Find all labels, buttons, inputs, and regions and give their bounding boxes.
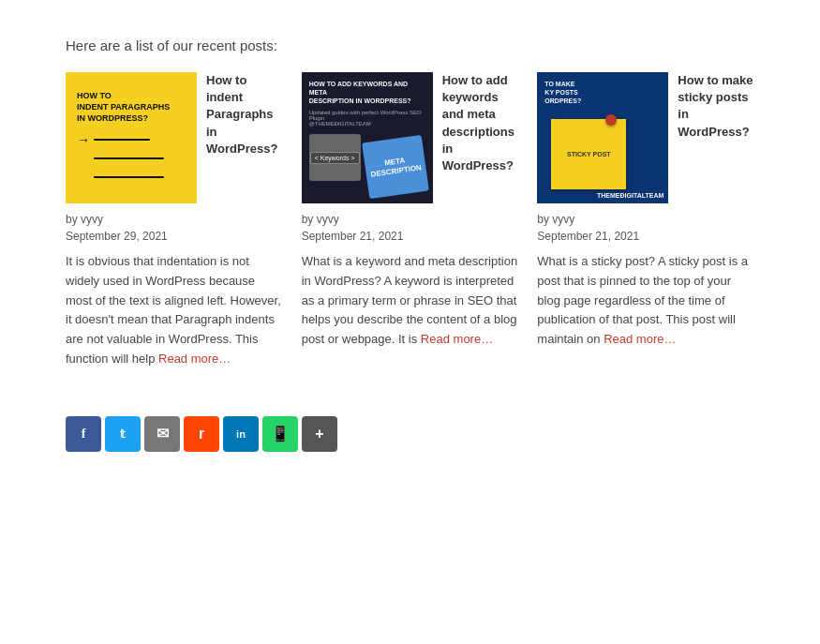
post-thumbnail-1: HOW TOINDENT PARAGRAPHSIN WORDPRESS? → →… [66, 72, 197, 203]
share-icon: + [315, 426, 323, 442]
post-title-2[interactable]: How to add keywords and meta description… [442, 72, 519, 203]
post-excerpt-2: What is a keyword and meta description i… [302, 252, 519, 350]
t3-title: TO MAKEKY POSTSORDPRES? [544, 80, 581, 105]
post-title-1[interactable]: How to indent Paragraphs in WordPress? [206, 72, 283, 203]
t2-keyboard-icon: < Keywords > [309, 134, 361, 181]
post-card-3: TO MAKEKY POSTSORDPRES? STICKY POST THEM… [537, 72, 754, 369]
page-wrapper: Here are a list of our recent posts: HOW… [0, 0, 820, 480]
share-more-button[interactable]: + [302, 416, 337, 452]
post-excerpt-3: What is a sticky post? A sticky post is … [537, 252, 754, 350]
whatsapp-icon: 📱 [271, 425, 290, 442]
posts-grid: HOW TOINDENT PARAGRAPHSIN WORDPRESS? → →… [66, 72, 754, 369]
share-email-button[interactable]: ✉ [144, 416, 180, 452]
post-meta-1: by vyvy September 29, 2021 [66, 211, 283, 245]
t3-pin-icon [605, 114, 617, 126]
h-line-2 [94, 157, 164, 159]
post-author-2: vyvy [317, 213, 339, 226]
reddit-icon: r [199, 426, 204, 442]
share-whatsapp-button[interactable]: 📱 [262, 416, 298, 452]
post-date-3: September 21, 2021 [537, 230, 639, 243]
read-more-1[interactable]: Read more… [158, 352, 231, 366]
read-more-3[interactable]: Read more… [604, 332, 676, 346]
post-date-1: September 29, 2021 [66, 230, 168, 243]
arrow-line-2: → [77, 151, 164, 166]
arrow-lines: → → → [77, 132, 164, 185]
post-title-3[interactable]: How to make sticky posts in WordPress? [678, 72, 754, 203]
t3-brand-label: THEMEÐIGITALTEAM [597, 192, 663, 199]
post-card-1: HOW TOINDENT PARAGRAPHSIN WORDPRESS? → →… [66, 72, 283, 369]
post-author-1: vyvy [81, 213, 103, 226]
post-thumbnail-3: TO MAKEKY POSTSORDPRES? STICKY POST THEM… [537, 72, 668, 203]
email-icon: ✉ [157, 425, 169, 442]
t2-meta-badge: METADESCRIPTION [362, 135, 429, 199]
linkedin-icon: in [236, 428, 246, 440]
share-twitter-button[interactable]: 𝕥 [105, 416, 141, 452]
post-date-2: September 21, 2021 [302, 230, 404, 243]
arrow-line-3: → [77, 170, 164, 185]
thumb-title-1: HOW TOINDENT PARAGRAPHSIN WORDPRESS? [77, 91, 170, 124]
share-reddit-button[interactable]: r [184, 416, 219, 452]
post-author-3: vyvy [552, 213, 574, 226]
keywords-tag: < Keywords > [310, 152, 360, 164]
read-more-2[interactable]: Read more… [421, 332, 493, 346]
post-top-1: HOW TOINDENT PARAGRAPHSIN WORDPRESS? → →… [66, 72, 283, 203]
share-facebook-button[interactable]: f [66, 416, 101, 452]
share-linkedin-button[interactable]: in [223, 416, 259, 452]
post-top-3: TO MAKEKY POSTSORDPRES? STICKY POST THEM… [537, 72, 754, 203]
post-meta-2: by vyvy September 21, 2021 [302, 211, 519, 245]
facebook-icon: f [82, 427, 86, 442]
post-thumbnail-2: HOW TO ADD KEYWORDS AND METADESCRIPTION … [302, 72, 433, 203]
social-share-bar: f 𝕥 ✉ r in 📱 + [66, 407, 754, 452]
twitter-icon: 𝕥 [120, 427, 126, 441]
post-top-2: HOW TO ADD KEYWORDS AND METADESCRIPTION … [302, 72, 519, 203]
t2-body: < Keywords > METADESCRIPTION [309, 134, 425, 195]
arrow-icon-1: → [77, 132, 90, 147]
post-card-2: HOW TO ADD KEYWORDS AND METADESCRIPTION … [302, 72, 519, 369]
t2-title: HOW TO ADD KEYWORDS AND METADESCRIPTION … [309, 80, 425, 105]
t3-sticky-note: STICKY POST [551, 119, 626, 189]
h-line-3 [94, 176, 164, 178]
intro-text: Here are a list of our recent posts: [66, 37, 754, 53]
h-line-1 [94, 139, 150, 141]
arrow-line-1: → [77, 132, 164, 147]
post-excerpt-1: It is obvious that indentation is not wi… [66, 252, 283, 369]
t2-sub: Updated guides with perfect WordPress SE… [309, 110, 425, 127]
post-meta-3: by vyvy September 21, 2021 [537, 211, 754, 245]
t3-sticky-text: STICKY POST [567, 150, 611, 158]
